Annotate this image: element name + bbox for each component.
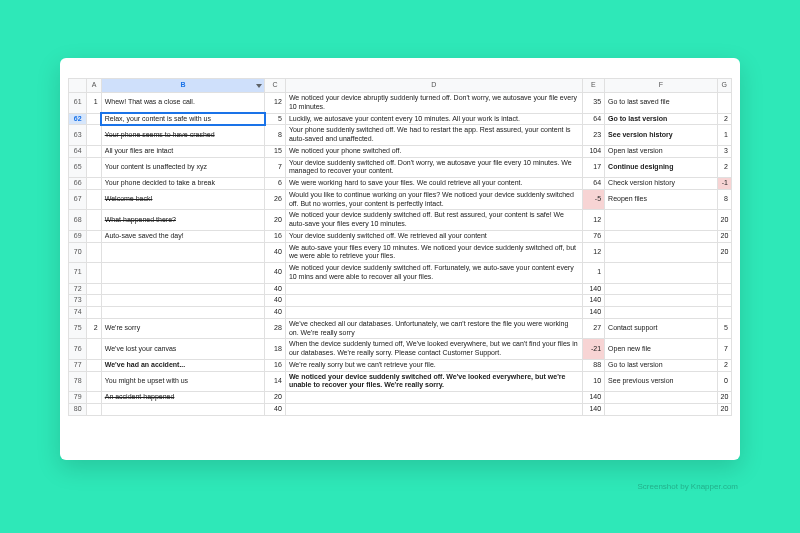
- cell-D62[interactable]: Luckily, we autosave your content every …: [285, 113, 582, 125]
- cell-E75[interactable]: 27: [582, 318, 605, 339]
- row-header-65[interactable]: 65: [69, 157, 87, 178]
- cell-C74[interactable]: 40: [265, 307, 285, 319]
- row-header-74[interactable]: 74: [69, 307, 87, 319]
- cell-G72[interactable]: [717, 283, 731, 295]
- cell-D61[interactable]: We noticed your device abruptly suddenly…: [285, 93, 582, 114]
- row-header-73[interactable]: 73: [69, 295, 87, 307]
- row-header-79[interactable]: 79: [69, 392, 87, 404]
- cell-B77[interactable]: We've had an accident...: [101, 359, 265, 371]
- cell-E80[interactable]: 140: [582, 403, 605, 415]
- cell-C76[interactable]: 18: [265, 339, 285, 360]
- cell-B66[interactable]: Your phone decided to take a break: [101, 178, 265, 190]
- cell-D74[interactable]: [285, 307, 582, 319]
- cell-F66[interactable]: Check version history: [605, 178, 718, 190]
- cell-B72[interactable]: [101, 283, 265, 295]
- column-header-A[interactable]: A: [87, 79, 101, 93]
- cell-E73[interactable]: 140: [582, 295, 605, 307]
- cell-F77[interactable]: Go to last version: [605, 359, 718, 371]
- column-menu-dropdown-icon[interactable]: [256, 84, 262, 88]
- cell-G63[interactable]: 1: [717, 125, 731, 146]
- cell-E65[interactable]: 17: [582, 157, 605, 178]
- cell-G78[interactable]: 0: [717, 371, 731, 392]
- cell-B62[interactable]: Relax, your content is safe with us: [101, 113, 265, 125]
- cell-C80[interactable]: 40: [265, 403, 285, 415]
- cell-A71[interactable]: [87, 263, 101, 284]
- cell-D68[interactable]: We noticed your device suddenly switched…: [285, 210, 582, 231]
- cell-A66[interactable]: [87, 178, 101, 190]
- row-header-62[interactable]: 62: [69, 113, 87, 125]
- cell-B80[interactable]: [101, 403, 265, 415]
- cell-F67[interactable]: Reopen files: [605, 189, 718, 210]
- cell-A77[interactable]: [87, 359, 101, 371]
- cell-F65[interactable]: Continue designing: [605, 157, 718, 178]
- cell-G64[interactable]: 3: [717, 145, 731, 157]
- cell-D67[interactable]: Would you like to continue working on yo…: [285, 189, 582, 210]
- cell-B78[interactable]: You might be upset with us: [101, 371, 265, 392]
- cell-E71[interactable]: 1: [582, 263, 605, 284]
- cell-B68[interactable]: What happened there?: [101, 210, 265, 231]
- cell-D72[interactable]: [285, 283, 582, 295]
- row-header-76[interactable]: 76: [69, 339, 87, 360]
- cell-G76[interactable]: 7: [717, 339, 731, 360]
- cell-G61[interactable]: [717, 93, 731, 114]
- cell-C77[interactable]: 16: [265, 359, 285, 371]
- cell-C67[interactable]: 26: [265, 189, 285, 210]
- cell-A65[interactable]: [87, 157, 101, 178]
- cell-A61[interactable]: 1: [87, 93, 101, 114]
- cell-B75[interactable]: We're sorry: [101, 318, 265, 339]
- cell-C75[interactable]: 28: [265, 318, 285, 339]
- cell-G74[interactable]: [717, 307, 731, 319]
- cell-A62[interactable]: [87, 113, 101, 125]
- cell-A80[interactable]: [87, 403, 101, 415]
- cell-C71[interactable]: 40: [265, 263, 285, 284]
- cell-G79[interactable]: 20: [717, 392, 731, 404]
- cell-C68[interactable]: 20: [265, 210, 285, 231]
- cell-C78[interactable]: 14: [265, 371, 285, 392]
- cell-G67[interactable]: 8: [717, 189, 731, 210]
- cell-C66[interactable]: 6: [265, 178, 285, 190]
- spreadsheet[interactable]: ABCDEFG 611Whew! That was a close call.1…: [68, 78, 732, 452]
- cell-G77[interactable]: 2: [717, 359, 731, 371]
- cell-B71[interactable]: [101, 263, 265, 284]
- cell-E64[interactable]: 104: [582, 145, 605, 157]
- column-header-E[interactable]: E: [582, 79, 605, 93]
- cell-B70[interactable]: [101, 242, 265, 263]
- cell-D75[interactable]: We've checked all our databases. Unfortu…: [285, 318, 582, 339]
- cell-F72[interactable]: [605, 283, 718, 295]
- cell-F79[interactable]: [605, 392, 718, 404]
- cell-B69[interactable]: Auto-save saved the day!: [101, 230, 265, 242]
- row-header-64[interactable]: 64: [69, 145, 87, 157]
- cell-D70[interactable]: We auto-save your files every 10 minutes…: [285, 242, 582, 263]
- cell-E77[interactable]: 88: [582, 359, 605, 371]
- cell-A67[interactable]: [87, 189, 101, 210]
- cell-A70[interactable]: [87, 242, 101, 263]
- cell-C73[interactable]: 40: [265, 295, 285, 307]
- cell-A74[interactable]: [87, 307, 101, 319]
- cell-B63[interactable]: Your phone seems to have crashed: [101, 125, 265, 146]
- row-header-70[interactable]: 70: [69, 242, 87, 263]
- cell-B64[interactable]: All your files are intact: [101, 145, 265, 157]
- row-header-69[interactable]: 69: [69, 230, 87, 242]
- row-header-66[interactable]: 66: [69, 178, 87, 190]
- cell-F68[interactable]: [605, 210, 718, 231]
- cell-E76[interactable]: -21: [582, 339, 605, 360]
- cell-D69[interactable]: Your device suddenly switched off. We re…: [285, 230, 582, 242]
- cell-E72[interactable]: 140: [582, 283, 605, 295]
- cell-D80[interactable]: [285, 403, 582, 415]
- cell-A68[interactable]: [87, 210, 101, 231]
- cell-B76[interactable]: We've lost your canvas: [101, 339, 265, 360]
- row-header-68[interactable]: 68: [69, 210, 87, 231]
- cell-E69[interactable]: 76: [582, 230, 605, 242]
- cell-G68[interactable]: 20: [717, 210, 731, 231]
- cell-D76[interactable]: When the device suddenly turned off, We'…: [285, 339, 582, 360]
- cell-E78[interactable]: 10: [582, 371, 605, 392]
- cell-B74[interactable]: [101, 307, 265, 319]
- cell-F63[interactable]: See version history: [605, 125, 718, 146]
- column-header-row[interactable]: ABCDEFG: [69, 79, 732, 93]
- row-header-78[interactable]: 78: [69, 371, 87, 392]
- cell-G62[interactable]: 2: [717, 113, 731, 125]
- cell-C69[interactable]: 16: [265, 230, 285, 242]
- cell-G80[interactable]: 20: [717, 403, 731, 415]
- cell-B79[interactable]: An accident happened: [101, 392, 265, 404]
- cell-D71[interactable]: We noticed your device suddenly switched…: [285, 263, 582, 284]
